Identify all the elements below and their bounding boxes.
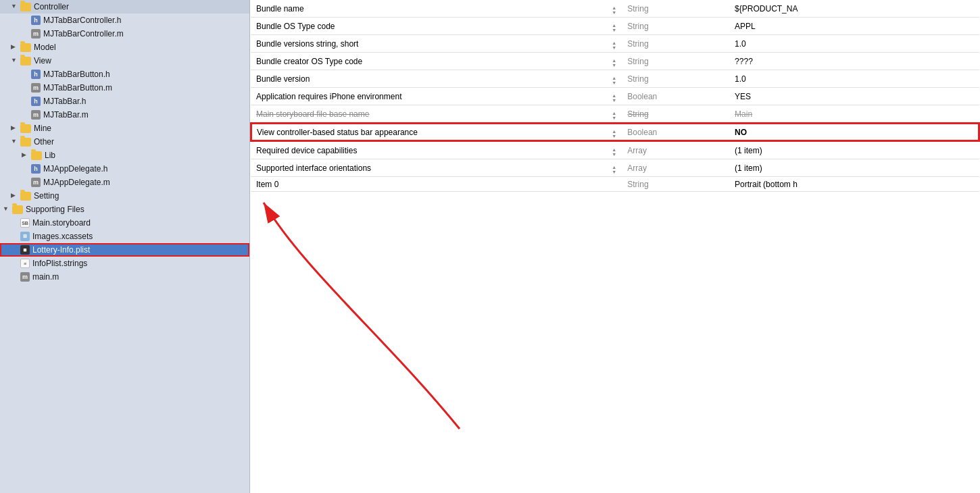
folder-icon bbox=[20, 3, 31, 11]
sidebar-item-lottery-info-plist[interactable]: ■ Lottery-Info.plist bbox=[0, 243, 249, 257]
folder-icon bbox=[31, 151, 42, 160]
sidebar-item-main-m[interactable]: m main.m bbox=[0, 270, 249, 284]
table-row[interactable]: Required device capabilities ▲▼ Array (1… bbox=[251, 141, 979, 159]
plist-type: String bbox=[622, 35, 729, 53]
sorter-cell[interactable]: ▲▼ bbox=[606, 88, 622, 105]
sidebar-item-model[interactable]: Model bbox=[0, 41, 249, 54]
plist-key: Bundle name bbox=[251, 0, 606, 18]
sorter-cell[interactable]: ▲▼ bbox=[606, 141, 622, 159]
sorter-cell bbox=[606, 177, 622, 192]
triangle-icon bbox=[11, 138, 19, 146]
sidebar-item-mjtabbar-m[interactable]: m MJTabBar.m bbox=[0, 108, 249, 122]
file-badge-plist: ■ bbox=[20, 245, 30, 255]
sidebar-item-label: MJTabBarController.h bbox=[43, 16, 121, 25]
file-badge-strings: ≡ bbox=[20, 259, 30, 268]
plist-value-highlighted: NO bbox=[729, 123, 979, 141]
sorter-cell[interactable]: ▲▼ bbox=[606, 35, 622, 53]
sort-arrows: ▲▼ bbox=[612, 58, 616, 68]
table-row[interactable]: Bundle creator OS Type code ▲▼ String ??… bbox=[251, 53, 979, 70]
sorter-cell[interactable]: ▲▼ bbox=[606, 53, 622, 70]
plist-type: Boolean bbox=[622, 88, 729, 105]
sidebar-item-label: MJTabBarButton.h bbox=[43, 70, 110, 79]
file-badge-h: h bbox=[31, 70, 41, 79]
table-row-highlighted[interactable]: View controller-based status bar appeara… bbox=[251, 123, 979, 141]
file-badge-storyboard: SB bbox=[20, 218, 30, 228]
sidebar-item-mjtabbarcontroller-m[interactable]: m MJTabBarController.m bbox=[0, 27, 249, 41]
table-row[interactable]: Bundle versions string, short ▲▼ String … bbox=[251, 35, 979, 53]
plist-key: Application requires iPhone environment bbox=[251, 88, 606, 105]
file-badge-m: m bbox=[31, 178, 41, 187]
table-row[interactable]: Bundle OS Type code ▲▼ String APPL bbox=[251, 18, 979, 35]
plist-value: 1.0 bbox=[729, 35, 979, 53]
main-content: Bundle name ▲▼ String ${PRODUCT_NA Bundl… bbox=[250, 0, 980, 493]
file-badge-m: m bbox=[31, 110, 41, 120]
file-badge-xcassets: ⊞ bbox=[20, 232, 30, 241]
sidebar-item-controller[interactable]: Controller bbox=[0, 0, 249, 14]
sorter-cell[interactable]: ▲▼ bbox=[606, 0, 622, 18]
plist-type: String bbox=[622, 0, 729, 18]
sidebar-item-label: Lottery-Info.plist bbox=[32, 245, 90, 255]
table-row[interactable]: Main storyboard file base name ▲▼ String… bbox=[251, 105, 979, 124]
sidebar-item-mjtabbar-h[interactable]: h MJTabBar.h bbox=[0, 95, 249, 108]
table-row[interactable]: Bundle name ▲▼ String ${PRODUCT_NA bbox=[251, 0, 979, 18]
sorter-cell[interactable]: ▲▼ bbox=[606, 70, 622, 88]
sidebar-item-label: Mine bbox=[34, 124, 51, 133]
sidebar-item-other[interactable]: Other bbox=[0, 135, 249, 149]
triangle-icon bbox=[11, 43, 19, 51]
file-badge-m: m bbox=[31, 29, 41, 38]
file-badge-h: h bbox=[31, 97, 41, 106]
sort-arrows: ▲▼ bbox=[612, 111, 616, 120]
file-badge-m: m bbox=[31, 83, 41, 93]
table-row[interactable]: Item 0 String Portrait (bottom h bbox=[251, 177, 979, 192]
sidebar-item-main-storyboard[interactable]: SB Main.storyboard bbox=[0, 216, 249, 230]
plist-key: Bundle OS Type code bbox=[251, 18, 606, 35]
triangle-icon bbox=[11, 124, 19, 132]
sidebar-item-label: MJTabBarController.m bbox=[43, 29, 124, 38]
sidebar-item-mine[interactable]: Mine bbox=[0, 122, 249, 135]
plist-value: (1 item) bbox=[729, 141, 979, 159]
plist-type: String bbox=[622, 105, 729, 124]
plist-key-highlighted: View controller-based status bar appeara… bbox=[251, 123, 606, 141]
sorter-cell[interactable]: ▲▼ bbox=[606, 18, 622, 35]
sidebar-item-supporting-files[interactable]: Supporting Files bbox=[0, 203, 249, 216]
folder-icon bbox=[20, 124, 31, 133]
sidebar-item-label: Supporting Files bbox=[26, 205, 84, 214]
sidebar-item-label: View bbox=[34, 56, 51, 66]
sidebar-item-label: MJAppDelegate.h bbox=[43, 164, 107, 174]
sorter-cell[interactable]: ▲▼ bbox=[606, 105, 622, 124]
plist-type: Array bbox=[622, 141, 729, 159]
sort-arrows: ▲▼ bbox=[612, 41, 616, 50]
folder-icon bbox=[20, 43, 31, 52]
sidebar-item-mjappdelegate-m[interactable]: m MJAppDelegate.m bbox=[0, 176, 249, 189]
sidebar-item-mjappdelegate-h[interactable]: h MJAppDelegate.h bbox=[0, 162, 249, 176]
sort-arrows: ▲▼ bbox=[612, 129, 616, 138]
plist-key: Required device capabilities bbox=[251, 141, 606, 159]
sidebar-item-mjtabbarcontroller-h[interactable]: h MJTabBarController.h bbox=[0, 14, 249, 27]
sidebar-item-view[interactable]: View bbox=[0, 54, 249, 68]
sidebar-item-mjtabbarbtn-h[interactable]: h MJTabBarButton.h bbox=[0, 68, 249, 81]
table-row[interactable]: Application requires iPhone environment … bbox=[251, 88, 979, 105]
sidebar-item-infoplist-strings[interactable]: ≡ InfoPlist.strings bbox=[0, 257, 249, 270]
folder-icon bbox=[20, 57, 31, 66]
table-row[interactable]: Supported interface orientations ▲▼ Arra… bbox=[251, 159, 979, 177]
folder-icon bbox=[20, 138, 31, 147]
plist-type: String bbox=[622, 53, 729, 70]
sidebar-item-label: Setting bbox=[34, 191, 59, 201]
file-badge-m: m bbox=[20, 272, 30, 282]
sorter-cell[interactable]: ▲▼ bbox=[606, 159, 622, 177]
sidebar-item-setting[interactable]: Setting bbox=[0, 189, 249, 203]
sidebar-item-label: MJTabBar.h bbox=[43, 97, 86, 106]
sidebar-item-lib[interactable]: Lib bbox=[0, 149, 249, 162]
triangle-icon bbox=[11, 3, 19, 11]
plist-key: Supported interface orientations bbox=[251, 159, 606, 177]
sidebar-item-label: InfoPlist.strings bbox=[32, 259, 87, 268]
table-row[interactable]: Bundle version ▲▼ String 1.0 bbox=[251, 70, 979, 88]
sidebar-item-label: Model bbox=[34, 43, 56, 52]
sort-arrows: ▲▼ bbox=[612, 5, 616, 15]
sidebar-item-mjtabbarbtn-m[interactable]: m MJTabBarButton.m bbox=[0, 81, 249, 95]
sort-arrows: ▲▼ bbox=[612, 76, 616, 85]
sidebar-item-images-xcassets[interactable]: ⊞ Images.xcassets bbox=[0, 230, 249, 243]
folder-icon bbox=[12, 205, 23, 214]
sidebar-item-label: MJAppDelegate.m bbox=[43, 178, 110, 187]
sorter-cell[interactable]: ▲▼ bbox=[606, 123, 622, 141]
